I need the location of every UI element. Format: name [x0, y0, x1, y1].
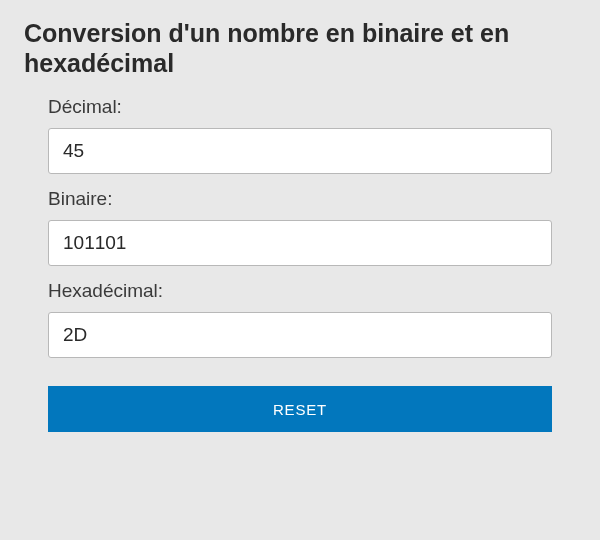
decimal-label: Décimal:: [48, 96, 552, 118]
reset-button[interactable]: RESET: [48, 386, 552, 432]
decimal-input[interactable]: [48, 128, 552, 174]
hex-input[interactable]: [48, 312, 552, 358]
button-wrap: RESET: [24, 386, 576, 432]
hex-label: Hexadécimal:: [48, 280, 552, 302]
decimal-group: Décimal:: [24, 96, 576, 174]
hex-group: Hexadécimal:: [24, 280, 576, 358]
page-title: Conversion d'un nombre en binaire et en …: [24, 18, 576, 78]
binary-group: Binaire:: [24, 188, 576, 266]
binary-label: Binaire:: [48, 188, 552, 210]
binary-input[interactable]: [48, 220, 552, 266]
